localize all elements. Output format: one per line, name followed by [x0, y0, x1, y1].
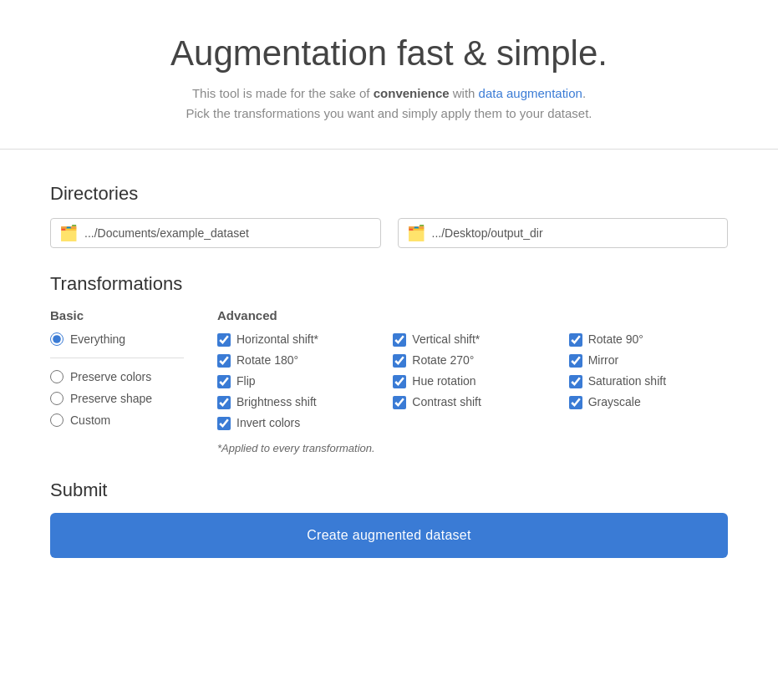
output-dir-value: .../Desktop/output_dir — [432, 226, 543, 240]
input-dir-value: .../Documents/example_dataset — [84, 226, 249, 240]
transform-layout: Basic Everything Preserve colors Preserv… — [50, 308, 728, 454]
advanced-grid: Horizontal shift* Vertical shift* Rotate… — [217, 332, 728, 430]
cb-hue-rotation[interactable]: Hue rotation — [393, 374, 552, 388]
desc-middle: with — [450, 86, 479, 100]
cb-flip-input[interactable] — [217, 375, 231, 388]
advanced-label: Advanced — [217, 308, 728, 322]
transformations-title: Transformations — [50, 273, 728, 295]
output-dir-field[interactable]: 🗂️ .../Desktop/output_dir — [398, 218, 729, 248]
radio-custom-label: Custom — [70, 413, 110, 427]
cb-brightness-shift-label: Brightness shift — [236, 395, 317, 408]
directories-row: 🗂️ .../Documents/example_dataset 🗂️ .../… — [50, 218, 728, 248]
cb-grayscale[interactable]: Grayscale — [569, 395, 728, 409]
input-dir-field[interactable]: 🗂️ .../Documents/example_dataset — [50, 218, 381, 248]
cb-brightness-shift-input[interactable] — [217, 396, 231, 409]
cb-brightness-shift[interactable]: Brightness shift — [217, 395, 376, 409]
cb-vertical-shift-input[interactable] — [393, 333, 406, 347]
cb-rotate90[interactable]: Rotate 90° — [569, 332, 728, 347]
basic-divider — [50, 358, 184, 358]
output-dir-icon: 🗂️ — [407, 224, 425, 242]
radio-preserve-shape-label: Preserve shape — [70, 392, 152, 405]
cb-saturation-shift-label: Saturation shift — [588, 374, 666, 388]
cb-grayscale-label: Grayscale — [588, 395, 641, 408]
directories-title: Directories — [50, 183, 728, 205]
radio-everything-label: Everything — [70, 332, 125, 346]
cb-rotate90-input[interactable] — [569, 333, 582, 347]
directories-section: Directories 🗂️ .../Documents/example_dat… — [0, 166, 778, 265]
radio-custom-input[interactable] — [50, 413, 64, 427]
radio-preserve-colors[interactable]: Preserve colors — [50, 370, 184, 383]
cb-mirror-label: Mirror — [588, 353, 619, 367]
cb-rotate270-input[interactable] — [393, 354, 406, 368]
cb-saturation-shift-input[interactable] — [569, 375, 582, 388]
desc-link: data augmentation — [479, 86, 582, 100]
radio-preserve-colors-label: Preserve colors — [70, 370, 151, 383]
radio-preserve-colors-input[interactable] — [50, 370, 64, 383]
cb-hue-rotation-input[interactable] — [393, 375, 406, 388]
cb-horizontal-shift-input[interactable] — [217, 333, 231, 347]
cb-vertical-shift[interactable]: Vertical shift* — [393, 332, 552, 347]
input-dir-icon: 🗂️ — [59, 224, 78, 242]
page-header: Augmentation fast & simple. This tool is… — [0, 0, 778, 140]
cb-vertical-shift-label: Vertical shift* — [412, 332, 480, 346]
header-description: This tool is made for the sake of conven… — [17, 84, 761, 124]
cb-hue-rotation-label: Hue rotation — [412, 374, 475, 388]
cb-horizontal-shift-label: Horizontal shift* — [236, 332, 318, 346]
cb-rotate180[interactable]: Rotate 180° — [217, 353, 376, 368]
desc-plain: This tool is made for the sake of — [192, 86, 374, 100]
cb-grayscale-input[interactable] — [569, 396, 582, 409]
desc-period: . — [582, 86, 586, 100]
basic-label: Basic — [50, 308, 184, 322]
cb-rotate270-label: Rotate 270° — [412, 353, 474, 367]
cb-rotate180-input[interactable] — [217, 354, 231, 368]
transformations-section: Transformations Basic Everything Preserv… — [0, 265, 778, 471]
cb-contrast-shift-label: Contrast shift — [412, 395, 481, 408]
radio-preserve-shape-input[interactable] — [50, 392, 64, 405]
desc-bold: convenience — [374, 86, 450, 100]
cb-rotate270[interactable]: Rotate 270° — [393, 353, 552, 368]
radio-everything[interactable]: Everything — [50, 332, 184, 346]
radio-preserve-shape[interactable]: Preserve shape — [50, 392, 184, 405]
cb-flip-label: Flip — [236, 374, 256, 388]
cb-mirror-input[interactable] — [569, 354, 582, 368]
cb-saturation-shift[interactable]: Saturation shift — [569, 374, 728, 388]
advanced-footnote: *Applied to every transformation. — [217, 442, 728, 454]
header-divider — [0, 149, 778, 150]
page-title: Augmentation fast & simple. — [17, 33, 761, 74]
basic-radio-group: Everything Preserve colors Preserve shap… — [50, 332, 184, 427]
cb-flip[interactable]: Flip — [217, 374, 376, 388]
submit-section: Submit Create augmented dataset — [0, 471, 778, 591]
cb-invert-colors-input[interactable] — [217, 417, 231, 430]
cb-contrast-shift-input[interactable] — [393, 396, 406, 409]
cb-invert-colors-label: Invert colors — [236, 416, 300, 429]
radio-custom[interactable]: Custom — [50, 413, 184, 427]
cb-rotate90-label: Rotate 90° — [588, 332, 643, 346]
cb-contrast-shift[interactable]: Contrast shift — [393, 395, 552, 409]
advanced-column: Advanced Horizontal shift* Vertical shif… — [217, 308, 728, 454]
create-dataset-button[interactable]: Create augmented dataset — [50, 513, 728, 558]
cb-invert-colors[interactable]: Invert colors — [217, 416, 376, 430]
submit-title: Submit — [50, 479, 728, 501]
radio-everything-input[interactable] — [50, 332, 64, 346]
basic-column: Basic Everything Preserve colors Preserv… — [50, 308, 184, 454]
cb-rotate180-label: Rotate 180° — [236, 353, 298, 367]
desc-line2: Pick the transformations you want and si… — [186, 106, 592, 120]
cb-horizontal-shift[interactable]: Horizontal shift* — [217, 332, 376, 347]
cb-mirror[interactable]: Mirror — [569, 353, 728, 368]
